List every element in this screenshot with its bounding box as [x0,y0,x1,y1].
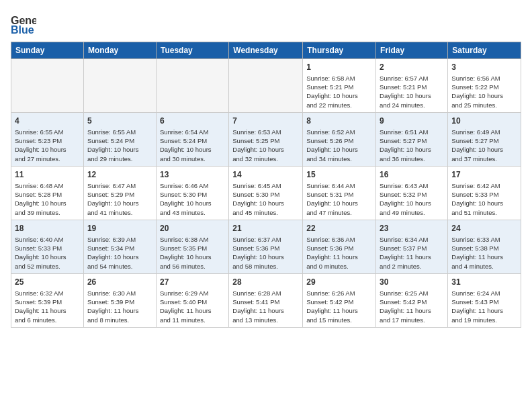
weekday-header: Tuesday [156,42,228,59]
weekday-header: Wednesday [229,42,303,59]
day-info: Sunrise: 6:32 AM Sunset: 5:39 PM Dayligh… [15,289,80,324]
day-info: Sunrise: 6:36 AM Sunset: 5:36 PM Dayligh… [306,235,372,271]
calendar-day-cell: 7Sunrise: 6:53 AM Sunset: 5:25 PM Daylig… [229,112,303,166]
calendar-header-row: SundayMondayTuesdayWednesdayThursdayFrid… [11,42,521,59]
day-info: Sunrise: 6:46 AM Sunset: 5:30 PM Dayligh… [160,181,225,217]
day-number: 7 [232,116,299,127]
day-number: 14 [232,169,299,181]
logo-icon: General Blue [11,11,36,36]
day-info: Sunrise: 6:48 AM Sunset: 5:28 PM Dayligh… [15,181,80,217]
day-number: 28 [232,277,299,288]
day-info: Sunrise: 6:26 AM Sunset: 5:42 PM Dayligh… [306,289,372,324]
calendar-day-cell: 22Sunrise: 6:36 AM Sunset: 5:36 PM Dayli… [303,220,376,273]
day-info: Sunrise: 6:45 AM Sunset: 5:30 PM Dayligh… [232,181,299,217]
day-info: Sunrise: 6:43 AM Sunset: 5:32 PM Dayligh… [380,181,444,217]
calendar-day-cell: 6Sunrise: 6:54 AM Sunset: 5:24 PM Daylig… [156,112,228,166]
logo: General Blue [11,11,36,36]
weekday-header: Monday [83,42,156,59]
calendar-day-cell: 24Sunrise: 6:33 AM Sunset: 5:38 PM Dayli… [448,220,521,273]
calendar-day-cell: 25Sunrise: 6:32 AM Sunset: 5:39 PM Dayli… [11,273,84,327]
day-info: Sunrise: 6:58 AM Sunset: 5:21 PM Dayligh… [306,74,372,109]
day-number: 23 [380,223,444,234]
day-number: 20 [160,223,225,234]
weekday-header: Saturday [448,42,521,59]
day-info: Sunrise: 6:55 AM Sunset: 5:24 PM Dayligh… [87,128,152,163]
calendar-day-cell: 16Sunrise: 6:43 AM Sunset: 5:32 PM Dayli… [376,166,448,220]
calendar-day-cell [83,59,156,113]
day-number: 26 [87,277,152,288]
day-number: 31 [451,277,517,288]
calendar-day-cell: 20Sunrise: 6:38 AM Sunset: 5:35 PM Dayli… [156,220,228,273]
day-number: 12 [87,169,152,181]
day-number: 16 [380,169,444,181]
calendar-week-row: 18Sunrise: 6:40 AM Sunset: 5:33 PM Dayli… [11,220,521,273]
calendar-day-cell: 14Sunrise: 6:45 AM Sunset: 5:30 PM Dayli… [229,166,303,220]
weekday-header: Thursday [303,42,376,59]
calendar-day-cell: 28Sunrise: 6:28 AM Sunset: 5:41 PM Dayli… [229,273,303,327]
day-number: 30 [380,277,444,288]
day-info: Sunrise: 6:30 AM Sunset: 5:39 PM Dayligh… [87,289,152,324]
calendar-day-cell [229,59,303,113]
day-number: 3 [451,62,517,73]
day-number: 5 [87,116,152,127]
calendar-day-cell: 18Sunrise: 6:40 AM Sunset: 5:33 PM Dayli… [11,220,84,273]
day-info: Sunrise: 6:33 AM Sunset: 5:38 PM Dayligh… [451,235,517,271]
day-number: 1 [306,62,372,73]
day-number: 29 [306,277,372,288]
day-info: Sunrise: 6:42 AM Sunset: 5:33 PM Dayligh… [451,181,517,217]
day-number: 2 [380,62,444,73]
calendar-day-cell: 5Sunrise: 6:55 AM Sunset: 5:24 PM Daylig… [83,112,156,166]
calendar-day-cell: 8Sunrise: 6:52 AM Sunset: 5:26 PM Daylig… [303,112,376,166]
day-info: Sunrise: 6:53 AM Sunset: 5:25 PM Dayligh… [232,128,299,163]
day-info: Sunrise: 6:49 AM Sunset: 5:27 PM Dayligh… [451,128,517,163]
calendar-day-cell: 17Sunrise: 6:42 AM Sunset: 5:33 PM Dayli… [448,166,521,220]
page-header: General Blue [11,11,521,36]
day-number: 25 [15,277,80,288]
calendar-day-cell: 30Sunrise: 6:25 AM Sunset: 5:42 PM Dayli… [376,273,448,327]
day-info: Sunrise: 6:54 AM Sunset: 5:24 PM Dayligh… [160,128,225,163]
day-info: Sunrise: 6:28 AM Sunset: 5:41 PM Dayligh… [232,289,299,324]
calendar-table: SundayMondayTuesdayWednesdayThursdayFrid… [11,42,521,328]
calendar-day-cell: 10Sunrise: 6:49 AM Sunset: 5:27 PM Dayli… [448,112,521,166]
day-number: 17 [451,169,517,181]
day-number: 10 [451,116,517,127]
day-info: Sunrise: 6:38 AM Sunset: 5:35 PM Dayligh… [160,235,225,271]
day-number: 18 [15,223,80,234]
calendar-day-cell: 2Sunrise: 6:57 AM Sunset: 5:21 PM Daylig… [376,59,448,113]
calendar-day-cell: 15Sunrise: 6:44 AM Sunset: 5:31 PM Dayli… [303,166,376,220]
calendar-day-cell: 29Sunrise: 6:26 AM Sunset: 5:42 PM Dayli… [303,273,376,327]
day-info: Sunrise: 6:34 AM Sunset: 5:37 PM Dayligh… [380,235,444,271]
day-number: 21 [232,223,299,234]
day-number: 13 [160,169,225,181]
day-info: Sunrise: 6:57 AM Sunset: 5:21 PM Dayligh… [380,74,444,109]
day-number: 19 [87,223,152,234]
day-number: 9 [380,116,444,127]
calendar-day-cell: 27Sunrise: 6:29 AM Sunset: 5:40 PM Dayli… [156,273,228,327]
day-number: 11 [15,169,80,181]
calendar-day-cell: 13Sunrise: 6:46 AM Sunset: 5:30 PM Dayli… [156,166,228,220]
calendar-day-cell: 26Sunrise: 6:30 AM Sunset: 5:39 PM Dayli… [83,273,156,327]
day-info: Sunrise: 6:29 AM Sunset: 5:40 PM Dayligh… [160,289,225,324]
day-number: 24 [451,223,517,234]
calendar-day-cell: 9Sunrise: 6:51 AM Sunset: 5:27 PM Daylig… [376,112,448,166]
day-info: Sunrise: 6:44 AM Sunset: 5:31 PM Dayligh… [306,181,372,217]
weekday-header: Sunday [11,42,84,59]
calendar-day-cell [156,59,228,113]
calendar-day-cell: 23Sunrise: 6:34 AM Sunset: 5:37 PM Dayli… [376,220,448,273]
day-info: Sunrise: 6:55 AM Sunset: 5:23 PM Dayligh… [15,128,80,163]
day-number: 6 [160,116,225,127]
calendar-day-cell: 21Sunrise: 6:37 AM Sunset: 5:36 PM Dayli… [229,220,303,273]
calendar-day-cell: 12Sunrise: 6:47 AM Sunset: 5:29 PM Dayli… [83,166,156,220]
day-info: Sunrise: 6:24 AM Sunset: 5:43 PM Dayligh… [451,289,517,324]
calendar-week-row: 1Sunrise: 6:58 AM Sunset: 5:21 PM Daylig… [11,59,521,113]
day-info: Sunrise: 6:47 AM Sunset: 5:29 PM Dayligh… [87,181,152,217]
day-info: Sunrise: 6:39 AM Sunset: 5:34 PM Dayligh… [87,235,152,271]
day-number: 27 [160,277,225,288]
weekday-header: Friday [376,42,448,59]
calendar-day-cell: 31Sunrise: 6:24 AM Sunset: 5:43 PM Dayli… [448,273,521,327]
day-info: Sunrise: 6:51 AM Sunset: 5:27 PM Dayligh… [380,128,444,163]
calendar-week-row: 25Sunrise: 6:32 AM Sunset: 5:39 PM Dayli… [11,273,521,327]
calendar-day-cell: 3Sunrise: 6:56 AM Sunset: 5:22 PM Daylig… [448,59,521,113]
calendar-week-row: 4Sunrise: 6:55 AM Sunset: 5:23 PM Daylig… [11,112,521,166]
calendar-day-cell: 19Sunrise: 6:39 AM Sunset: 5:34 PM Dayli… [83,220,156,273]
